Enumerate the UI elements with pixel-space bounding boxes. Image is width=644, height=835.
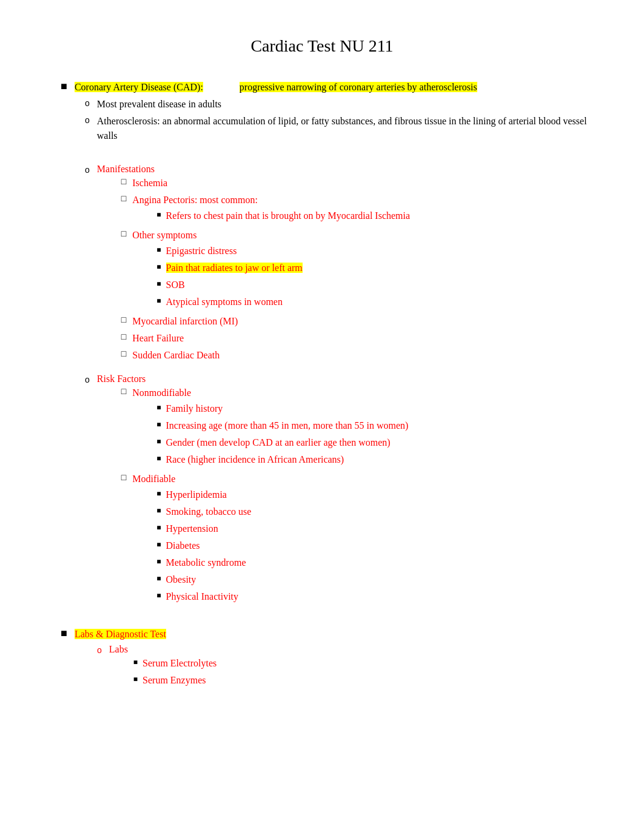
diabetes-text: Diabetes: [166, 538, 595, 553]
cad-description: progressive narrowing of coronary arteri…: [240, 82, 477, 92]
manifestations-label: Manifestations: [97, 164, 155, 174]
list-item-metabolic: ■ Metabolic syndrome: [156, 555, 595, 570]
serum-enzymes-text: Serum Enzymes: [143, 673, 595, 688]
list-item-smoking: ■ Smoking, tobacco use: [156, 505, 595, 519]
sob-text: SOB: [166, 278, 595, 292]
smoking-text: Smoking, tobacco use: [166, 505, 595, 519]
cad-sub-items: o Most prevalent disease in adults o Ath…: [49, 97, 595, 609]
bullet-pain: ■: [156, 263, 161, 272]
hf-text: Heart Failure: [132, 331, 595, 346]
list-item: o Most prevalent disease in adults: [85, 97, 595, 112]
list-item-angina: □ Angina Pectoris: most common: ■ Refers…: [121, 193, 595, 226]
list-item-race: ■ Race (higher incidence in African Amer…: [156, 452, 595, 467]
list-item-modifiable: □ Modifiable ■ Hyperlipidemia ■ Smo: [121, 472, 595, 606]
list-item-physical: ■ Physical Inactivity: [156, 589, 595, 604]
ischemia-text: Ischemia: [132, 176, 595, 190]
atypical-text: Atypical symptoms in women: [166, 295, 595, 309]
list-item-angina-sub: ■ Refers to chest pain that is brought o…: [156, 209, 595, 223]
cad-title: Coronary Artery Disease (CAD): progressi…: [75, 80, 595, 95]
list-item-other: □ Other symptoms ■ Epigastric distress ■: [121, 228, 595, 312]
list-item-atypical: ■ Atypical symptoms in women: [156, 295, 595, 309]
list-item-age: ■ Increasing age (more than 45 in men, m…: [156, 418, 595, 433]
nonmodifiable-text: Nonmodifiable: [132, 387, 191, 398]
age-text: Increasing age (more than 45 in men, mor…: [166, 418, 595, 433]
list-item-serum-enzymes: ■ Serum Enzymes: [133, 673, 595, 688]
bullet-gender: ■: [156, 437, 161, 446]
list-item: o Atherosclerosis: an abnormal accumulat…: [85, 114, 595, 143]
angina-sub-text: Refers to chest pain that is brought on …: [166, 209, 595, 223]
section-cad: ■ Coronary Artery Disease (CAD): progres…: [49, 80, 595, 609]
list-item-hypertension: ■ Hypertension: [156, 521, 595, 536]
bullet-obesity: ■: [156, 574, 161, 583]
item-prevalent: Most prevalent disease in adults: [97, 97, 595, 112]
epigastric-text: Epigastric distress: [166, 244, 595, 258]
section-labs: ■ Labs & Diagnostic Test o Labs ■ Serum …: [49, 627, 595, 690]
cad-label: Coronary Artery Disease (CAD):: [75, 82, 203, 92]
cad-spacer: [206, 82, 237, 92]
serum-electrolytes-text: Serum Electrolytes: [143, 656, 595, 671]
bullet-serum-enz: ■: [133, 675, 138, 684]
list-item-gender: ■ Gender (men develop CAD at an earlier …: [156, 435, 595, 450]
labs-label: Labs & Diagnostic Test: [75, 629, 166, 639]
race-text: Race (higher incidence in African Americ…: [166, 452, 595, 467]
mi-text: Myocardial infarction (MI): [132, 314, 595, 329]
angina-text: Angina Pectoris: most common:: [132, 195, 258, 205]
bullet-family: ■: [156, 403, 161, 412]
page-title: Cardiac Test NU 211: [49, 36, 595, 56]
list-item-diabetes: ■ Diabetes: [156, 538, 595, 553]
bullet-age: ■: [156, 420, 161, 429]
list-item-scd: □ Sudden Cardiac Death: [121, 348, 595, 363]
item-atherosclerosis: Atherosclerosis: an abnormal accumulatio…: [97, 114, 595, 143]
o-bullet-risk: o: [85, 375, 90, 384]
bullet-metabolic: ■: [156, 557, 161, 566]
physical-text: Physical Inactivity: [166, 589, 595, 604]
list-item-ischemia: □ Ischemia: [121, 176, 595, 190]
list-item-serum-electrolytes: ■ Serum Electrolytes: [133, 656, 595, 671]
labs-title: Labs & Diagnostic Test: [75, 627, 595, 642]
bullet-epigastric: ■: [156, 246, 161, 255]
modifiable-text: Modifiable: [132, 474, 175, 484]
list-item-pain-radiates: ■ Pain that radiates to jaw or left arm: [156, 261, 595, 275]
bullet-scd: □: [121, 349, 126, 359]
family-text: Family history: [166, 401, 595, 416]
gender-text: Gender (men develop CAD at an earlier ag…: [166, 435, 595, 450]
cad-bullet: ■: [61, 80, 67, 93]
list-item-epigastric: ■ Epigastric distress: [156, 244, 595, 258]
obesity-text: Obesity: [166, 572, 595, 587]
bullet-other: □: [121, 229, 126, 239]
labs-o-item: o Labs ■ Serum Electrolytes ■ Serum Enzy…: [97, 644, 595, 690]
labs-sub-label: Labs: [109, 644, 128, 654]
bullet-mod: □: [121, 473, 126, 483]
manifestations-section: o Manifestations □ Ischemia □ Angina Pec…: [85, 164, 595, 365]
bullet-serum-elec: ■: [133, 658, 138, 667]
bullet-race: ■: [156, 454, 161, 463]
list-item-nonmodifiable: □ Nonmodifiable ■ Family history ■: [121, 386, 595, 469]
hypertension-text: Hypertension: [166, 521, 595, 536]
o-bullet-manifestations: o: [85, 165, 90, 175]
other-symptoms-text: Other symptoms: [132, 230, 196, 240]
bullet-angina: □: [121, 194, 126, 204]
list-item-hyperlipidemia: ■ Hyperlipidemia: [156, 488, 595, 502]
hyperlipidemia-text: Hyperlipidemia: [166, 488, 595, 502]
pain-radiates-text: Pain that radiates to jaw or left arm: [166, 261, 595, 275]
bullet-smoking: ■: [156, 506, 161, 515]
bullet-mi: □: [121, 315, 126, 325]
list-item-obesity: ■ Obesity: [156, 572, 595, 587]
bullet-hyperlipidemia: ■: [156, 489, 161, 498]
labs-sub: o Labs ■ Serum Electrolytes ■ Serum Enzy…: [49, 644, 595, 690]
bullet-physical: ■: [156, 591, 161, 600]
list-item-mi: □ Myocardial infarction (MI): [121, 314, 595, 329]
bullet-atypical: ■: [156, 297, 161, 306]
bullet-nonmod: □: [121, 387, 126, 397]
bullet-ischemia: □: [121, 177, 126, 187]
bullet-angina-sub: ■: [156, 210, 161, 220]
list-item-family: ■ Family history: [156, 401, 595, 416]
risk-factors-section: o Risk Factors □ Nonmodifiable ■ Family …: [85, 374, 595, 609]
bullet-sob: ■: [156, 280, 161, 289]
o-bullet: o: [85, 115, 90, 125]
scd-text: Sudden Cardiac Death: [132, 348, 595, 363]
bullet-diabetes: ■: [156, 540, 161, 549]
list-item-sob: ■ SOB: [156, 278, 595, 292]
o-bullet: o: [85, 98, 90, 108]
metabolic-text: Metabolic syndrome: [166, 555, 595, 570]
